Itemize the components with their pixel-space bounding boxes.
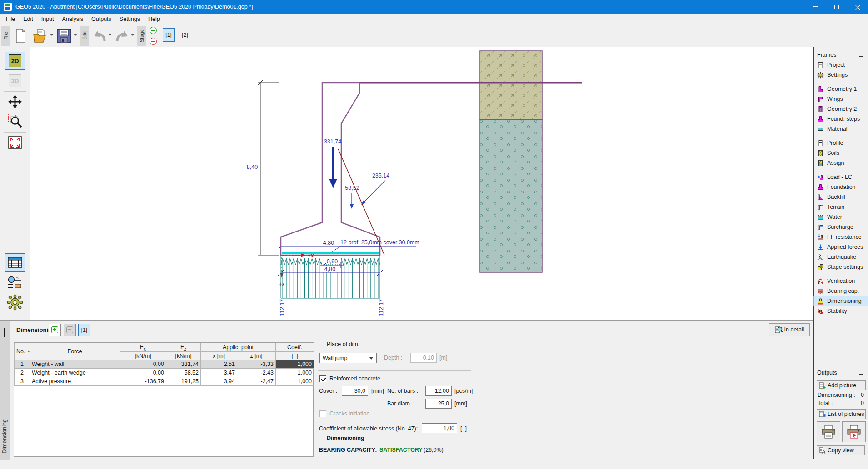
cell-no[interactable]: 3 [15,377,30,386]
redo-dropdown[interactable] [131,34,135,36]
save-dropdown[interactable] [74,34,77,36]
table-view-button[interactable] [5,253,25,272]
frames-item-geometry-2[interactable]: Geometry 2 [814,104,868,114]
cell-z[interactable]: -2,43 [237,369,276,377]
settings-gear-button[interactable] [5,293,25,311]
cell-z[interactable]: -3,33 [237,360,276,369]
remove-stage-button[interactable] [149,37,158,46]
frames-item-load-lc[interactable]: Load - LC [814,172,868,182]
drawing-area[interactable]: 8,40 331,74 58,52 235,14 4,80 [30,47,813,320]
cell-no[interactable]: 1 [15,360,30,369]
zoom-tool-button[interactable] [5,112,25,130]
cell-x[interactable]: 2,51 [201,360,237,369]
frames-item-verification[interactable]: Verification [814,276,868,286]
cell-force[interactable]: Weight - earth wedge [30,369,120,377]
frames-item-bearing-cap[interactable]: Bearing cap. [814,286,868,296]
minimize-button[interactable] [805,0,826,14]
cell-x[interactable]: 3,47 [201,369,237,377]
menu-edit[interactable]: Edit [19,15,37,24]
add-stage-button[interactable] [149,26,158,35]
maximize-button[interactable] [826,0,847,14]
menu-outputs[interactable]: Outputs [87,15,115,24]
cell-fz[interactable]: 191,25 [166,377,201,386]
force-table-row[interactable]: 3Active pressure-136,79191,253,94-2,471,… [15,377,314,386]
menu-analysis[interactable]: Analysis [58,15,88,24]
frames-item-ff-resistance[interactable]: FF resistance [814,232,868,242]
cell-fx[interactable]: 0,00 [120,369,166,377]
frames-item-backfill[interactable]: Backfill [814,192,868,202]
cell-coeff[interactable]: 1,000 [276,369,314,377]
view-3d-button[interactable]: 3D [5,72,25,90]
frames-item-assign[interactable]: Assign [814,158,868,168]
force-table-row[interactable]: 1Weight - wall0,00331,742,51-3,331,000 [15,360,314,369]
force-earth-wedge: 58,52 [345,185,359,209]
frames-minimize-button[interactable] [859,53,864,57]
menu-settings[interactable]: Settings [115,15,144,24]
bars-input[interactable]: 12,00 [425,386,452,396]
open-file-button[interactable] [32,27,49,45]
copy-view-button[interactable]: Copy view [817,445,865,455]
frames-item-found-steps[interactable]: Found. steps [814,114,868,124]
cover-input[interactable]: 30,0 [342,386,368,396]
fit-to-screen-button[interactable] [5,134,25,151]
add-picture-button[interactable]: Add picture [817,380,866,390]
undo-button[interactable] [91,27,108,45]
redo-button[interactable] [114,27,131,45]
outputs-minimize-button[interactable] [859,370,865,375]
cell-coeff[interactable]: 1,000 [276,377,314,386]
coeff-allowable-input[interactable]: 1,00 [422,423,457,433]
reinforced-concrete-checkbox[interactable] [319,375,326,382]
cell-fz[interactable]: 58,52 [166,369,201,377]
cell-z[interactable]: -2,47 [237,377,276,386]
force-table-row[interactable]: 2Weight - earth wedge0,0058,523,47-2,431… [15,369,314,377]
view-2d-button[interactable]: 2D [5,52,25,70]
stage-indicator[interactable]: [1] [78,324,90,336]
frames-item-water[interactable]: Water [814,212,868,222]
cell-fx[interactable]: 0,00 [120,360,166,369]
in-detail-button[interactable]: In detail [769,323,810,336]
splitter-handle[interactable] [4,328,5,337]
print-button[interactable] [817,421,840,442]
frames-item-project[interactable]: Project [814,60,868,70]
frames-item-terrain[interactable]: Terrain [814,202,868,212]
frames-item-applied-forces[interactable]: Applied forces [814,242,868,252]
menu-file[interactable]: File [2,15,19,24]
cell-fz[interactable]: 331,74 [166,360,201,369]
frames-item-label: Load - LC [827,174,852,180]
frames-item-geometry-1[interactable]: Geometry 1 [814,84,868,94]
cell-fx[interactable]: -136,79 [120,377,166,386]
frames-item-foundation[interactable]: Foundation [814,182,868,192]
stage-1-button[interactable]: [1] [163,28,175,42]
frames-item-wings[interactable]: Wings [814,94,868,104]
add-force-button[interactable] [49,324,61,336]
cell-no[interactable]: 2 [15,369,30,377]
print-selection-button[interactable] [842,421,866,442]
list-of-pictures-button[interactable]: List of pictures [817,409,866,419]
frames-item-stability[interactable]: Stability [814,306,868,316]
undo-dropdown[interactable] [108,34,112,36]
cell-coeff[interactable]: 1,000 [276,360,314,369]
cell-force[interactable]: Active pressure [30,377,120,386]
frames-item-earthquake[interactable]: Earthquake [814,252,868,262]
save-button[interactable] [55,27,73,45]
close-button[interactable] [847,0,868,14]
menu-help[interactable]: Help [144,15,164,24]
frames-item-surcharge[interactable]: Surcharge [814,222,868,232]
frames-item-settings[interactable]: Settings [814,70,868,80]
menu-input[interactable]: Input [37,15,58,24]
place-of-dim-select[interactable]: Wall jump [319,353,377,363]
frames-item-soils[interactable]: Soils [814,148,868,158]
stage-2-button[interactable]: [2] [179,28,191,42]
open-dropdown[interactable] [50,34,54,36]
frames-item-stage-settings[interactable]: Stage settings [814,262,868,272]
legend-view-button[interactable] [5,274,25,291]
new-file-button[interactable] [12,27,29,45]
frames-item-dimensioning[interactable]: Dimensioning [814,296,868,306]
diam-input[interactable]: 25,0 [425,399,452,409]
col-header-no[interactable]: No. ▲ [15,343,30,360]
cell-force[interactable]: Weight - wall [30,360,120,369]
pan-tool-button[interactable] [5,93,25,111]
frames-item-material[interactable]: Material [814,124,868,134]
frames-item-profile[interactable]: Profile [814,138,868,148]
cell-x[interactable]: 3,94 [201,377,237,386]
